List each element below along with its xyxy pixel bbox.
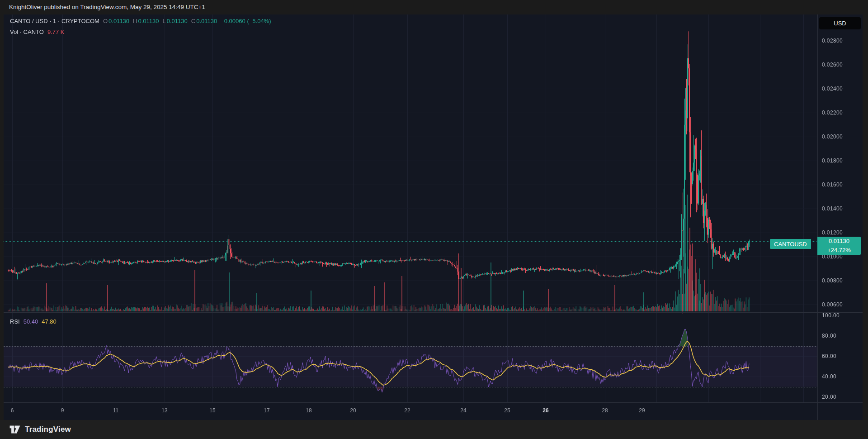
time-tick-label: 29 <box>639 407 645 414</box>
price-tick-label: 0.01800 <box>822 157 843 164</box>
price-tick-label: 0.00800 <box>822 277 843 284</box>
time-tick-label: 17 <box>264 407 269 414</box>
close-value: 0.01130 <box>196 18 217 24</box>
time-tick-label: 11 <box>113 407 118 414</box>
price-tick-label: 0.01200 <box>822 229 843 236</box>
volume-label[interactable]: Vol · CANTO <box>10 29 44 35</box>
rsi-value: 50.40 <box>24 318 38 325</box>
close-label: C <box>191 18 195 24</box>
currency-toggle-label: USD <box>834 20 846 27</box>
last-price-change: +24.72% <box>817 246 861 255</box>
volume-value: 9.77 K <box>47 29 65 35</box>
high-label: H <box>133 18 137 24</box>
last-price-label: 0.01130 +24.72% <box>817 237 861 255</box>
low-value: 0.01130 <box>167 18 188 24</box>
tradingview-published-chart: KnightOliver published on TradingView.co… <box>0 0 868 439</box>
currency-toggle-button[interactable]: USD <box>819 17 861 29</box>
price-tick-label: 0.01400 <box>822 205 843 212</box>
volume-legend: Vol · CANTO 9.77 K <box>10 29 64 35</box>
time-tick-label: 26 <box>542 407 548 414</box>
rsi-label[interactable]: RSI <box>10 318 20 325</box>
time-tick-label: 20 <box>350 407 356 414</box>
rsi-tick-label: 100.00 <box>822 312 840 319</box>
time-tick-label: 15 <box>209 407 215 414</box>
price-tick-label: 0.01600 <box>822 181 843 188</box>
publish-bar: KnightOliver published on TradingView.co… <box>0 0 868 14</box>
symbol-title[interactable]: CANTO / USD · 1 · CRYPTOCOM <box>10 18 99 24</box>
price-tick-label: 0.02200 <box>822 110 843 116</box>
time-tick-label: 24 <box>460 407 466 414</box>
open-value: 0.01130 <box>108 18 129 24</box>
last-price-symbol-tag: CANTOUSD <box>770 239 811 249</box>
rsi-ma-value: 47.80 <box>42 318 57 325</box>
chart-canvas[interactable] <box>4 14 863 420</box>
time-tick-label: 6 <box>11 407 14 414</box>
time-tick-label: 28 <box>602 407 608 414</box>
time-tick-label: 9 <box>61 407 64 414</box>
footer-brand-text[interactable]: TradingView <box>25 425 71 434</box>
time-tick-label: 25 <box>504 407 510 414</box>
rsi-legend: RSI 50.40 47.80 <box>10 318 57 325</box>
last-price-symbol-text: CANTOUSD <box>774 241 807 248</box>
rsi-tick-label: 20.00 <box>822 394 836 400</box>
price-pane-legend: CANTO / USD · 1 · CRYPTOCOM O 0.01130 H … <box>10 18 271 24</box>
time-tick-label: 22 <box>404 407 410 414</box>
low-label: L <box>163 18 166 24</box>
price-tick-label: 0.02400 <box>822 86 843 92</box>
tradingview-logo-icon[interactable] <box>9 425 21 434</box>
rsi-tick-label: 40.00 <box>822 373 836 380</box>
open-label: O <box>103 18 108 24</box>
price-tick-label: 0.02600 <box>822 62 843 68</box>
time-tick-label: 13 <box>161 407 167 414</box>
rsi-tick-label: 60.00 <box>822 353 836 359</box>
footer-bar: TradingView <box>0 420 868 439</box>
rsi-tick-label: 80.00 <box>822 333 836 339</box>
change-value: −0.00060 (−5.04%) <box>221 18 271 24</box>
publish-line: KnightOliver published on TradingView.co… <box>9 4 205 10</box>
chart-area: CANTO / USD · 1 · CRYPTOCOM O 0.01130 H … <box>4 14 863 420</box>
high-value: 0.01130 <box>138 18 159 24</box>
price-tick-label: 0.02800 <box>822 38 843 44</box>
price-tick-label: 0.00600 <box>822 301 843 308</box>
time-tick-label: 18 <box>306 407 311 414</box>
last-price-value: 0.01130 <box>817 237 861 246</box>
price-tick-label: 0.02000 <box>822 134 843 140</box>
